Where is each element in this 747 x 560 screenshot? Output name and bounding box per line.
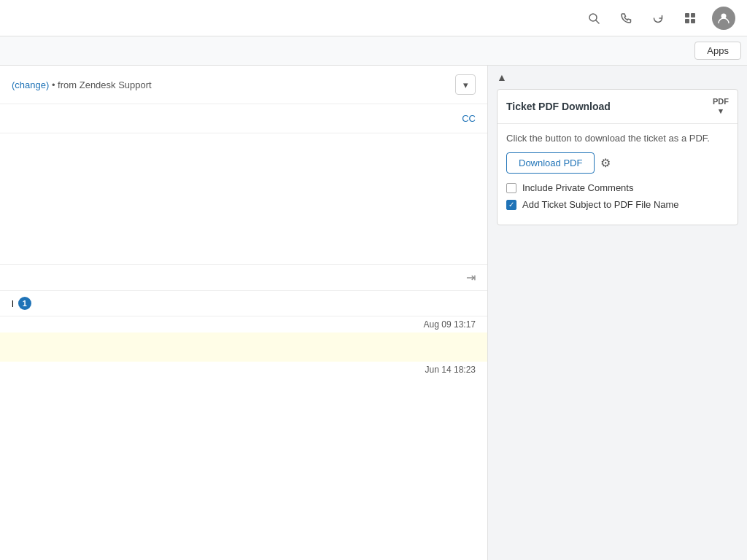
conversation-label: l bbox=[12, 298, 14, 309]
compose-area[interactable] bbox=[0, 133, 487, 265]
checkbox-private-comments-row: Include Private Comments bbox=[506, 182, 729, 193]
pdf-label: PDF bbox=[713, 97, 729, 106]
chevron-down-icon: ▾ bbox=[463, 79, 468, 90]
apps-button[interactable]: Apps bbox=[694, 42, 741, 60]
compose-toolbar: ⇥ bbox=[0, 265, 487, 291]
dropdown-button[interactable]: ▾ bbox=[455, 74, 476, 95]
svg-rect-3 bbox=[691, 13, 695, 18]
pdf-icon: PDF ▾ bbox=[713, 97, 729, 116]
svg-rect-4 bbox=[685, 19, 689, 23]
app-card-header: Ticket PDF Download PDF ▾ bbox=[498, 90, 738, 124]
ticket-source-text: • from Zendesk Support bbox=[52, 79, 152, 90]
right-panel: ▲ Ticket PDF Download PDF ▾ Click the bu… bbox=[488, 66, 747, 560]
svg-rect-5 bbox=[691, 19, 695, 23]
search-icon[interactable] bbox=[584, 8, 604, 28]
svg-rect-2 bbox=[685, 13, 689, 18]
phone-icon[interactable] bbox=[616, 8, 636, 28]
main-layout: (change) • from Zendesk Support ▾ CC ⇥ l… bbox=[0, 66, 747, 560]
collapse-icon[interactable]: ▲ bbox=[497, 71, 507, 83]
grid-icon[interactable] bbox=[680, 8, 700, 28]
conversation-count-badge: 1 bbox=[18, 297, 31, 310]
timestamp-1: Aug 09 13:17 bbox=[0, 316, 487, 332]
app-description: Click the button to download the ticket … bbox=[506, 133, 729, 144]
timestamp-2: Jun 14 18:23 bbox=[0, 362, 487, 378]
ticket-header: (change) • from Zendesk Support ▾ bbox=[0, 66, 487, 104]
ticket-source: (change) • from Zendesk Support bbox=[12, 79, 152, 90]
expand-icon[interactable]: ⇥ bbox=[466, 271, 476, 284]
checkbox-ticket-subject-label: Add Ticket Subject to PDF File Name bbox=[522, 199, 679, 210]
checkbox-private-comments[interactable] bbox=[506, 183, 516, 193]
avatar[interactable] bbox=[712, 7, 735, 30]
app-card-title: Ticket PDF Download bbox=[506, 101, 611, 112]
app-card: Ticket PDF Download PDF ▾ Click the butt… bbox=[497, 89, 738, 225]
svg-line-1 bbox=[596, 20, 599, 23]
download-row: Download PDF ⚙ bbox=[506, 152, 729, 174]
apps-bar: Apps bbox=[0, 36, 747, 66]
toolbar bbox=[0, 0, 747, 36]
download-pdf-button[interactable]: Download PDF bbox=[506, 152, 595, 174]
ticket-source-link[interactable]: (change) bbox=[12, 79, 49, 90]
conversation-content bbox=[0, 332, 487, 362]
refresh-icon[interactable] bbox=[648, 8, 668, 28]
pdf-arrow: ▾ bbox=[719, 106, 723, 116]
panel-collapse: ▲ bbox=[488, 66, 747, 89]
app-card-body: Click the button to download the ticket … bbox=[498, 124, 738, 225]
cc-label[interactable]: CC bbox=[462, 113, 476, 124]
reply-area: CC bbox=[0, 104, 487, 133]
checkbox-ticket-subject[interactable]: ✓ bbox=[506, 200, 516, 210]
conversation-bar: l 1 bbox=[0, 291, 487, 316]
checkbox-private-comments-label: Include Private Comments bbox=[522, 182, 633, 193]
left-panel: (change) • from Zendesk Support ▾ CC ⇥ l… bbox=[0, 66, 488, 560]
settings-icon[interactable]: ⚙ bbox=[600, 156, 611, 170]
checkbox-ticket-subject-row: ✓ Add Ticket Subject to PDF File Name bbox=[506, 199, 729, 210]
